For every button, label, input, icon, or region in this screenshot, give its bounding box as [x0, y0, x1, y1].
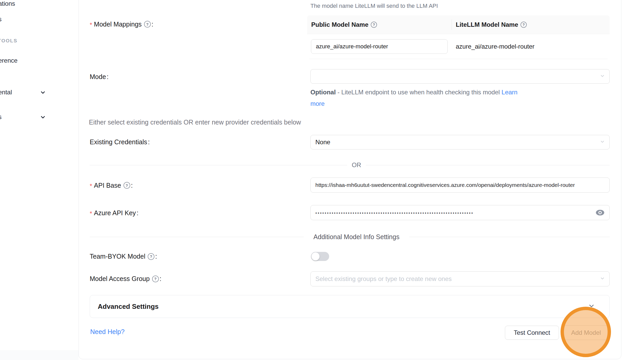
api-base-input[interactable] [310, 178, 610, 193]
label-colon: : [137, 209, 139, 217]
label-text: Model Access Group [90, 275, 150, 283]
team-byok-toggle[interactable] [311, 252, 329, 261]
sidebar-item-truncated-4[interactable]: ental [0, 89, 12, 96]
test-connect-button[interactable]: Test Connect [505, 326, 559, 340]
required-asterisk: * [90, 181, 92, 190]
model-mappings-table: Public Model Name ? LiteLLM Model Name ?… [307, 15, 610, 59]
learn-more-link[interactable]: more [310, 100, 325, 107]
label-colon: : [148, 138, 150, 146]
label-text: API Base [94, 182, 121, 189]
mode-help-bold: Optional [310, 89, 336, 96]
add-model-page: ations s TOOLS erence ental s The model … [0, 0, 644, 360]
help-glyph: ? [154, 277, 157, 281]
sidebar-item-truncated-5[interactable]: s [0, 113, 2, 121]
mode-select[interactable] [310, 69, 610, 84]
info-divider-line-left [90, 237, 304, 237]
help-icon[interactable]: ? [144, 21, 151, 28]
advanced-settings-title: Advanced Settings [98, 303, 159, 311]
team-byok-label: Team-BYOK Model ? : [90, 253, 157, 260]
help-icon[interactable]: ? [148, 253, 154, 260]
column-header-public-model-name: Public Model Name ? [307, 21, 452, 28]
or-divider-text: OR [352, 161, 361, 169]
add-model-button[interactable]: Add Model [562, 325, 610, 340]
sidebar-section-label: TOOLS [0, 38, 17, 43]
label-colon: : [152, 21, 153, 28]
help-icon[interactable]: ? [371, 22, 377, 28]
model-access-group-placeholder: Select existing groups or type to create… [315, 275, 452, 283]
chevron-down-icon [600, 139, 605, 146]
learn-more-link[interactable]: Learn [502, 89, 517, 96]
sidebar-item-truncated-1[interactable]: ations [0, 0, 15, 7]
litellm-model-name-cell: azure_ai/azure-model-router [452, 43, 535, 50]
sidebar-item-label: erence [0, 57, 17, 64]
public-model-name-cell [307, 39, 452, 54]
public-model-name-input[interactable] [311, 39, 448, 54]
required-asterisk: * [90, 208, 92, 217]
sidebar-section-tools: TOOLS [0, 38, 17, 44]
help-glyph: ? [126, 183, 128, 188]
api-base-label: * API Base ? : [90, 181, 133, 190]
sidebar-item-label: ations [0, 0, 15, 7]
chevron-down-icon [600, 276, 605, 282]
label-text: Team-BYOK Model [90, 253, 145, 260]
column-divider [452, 19, 452, 30]
sidebar-item-label: s [0, 113, 2, 121]
label-text: Mode [90, 73, 106, 81]
existing-credentials-label: Existing Credentials : [90, 138, 150, 146]
label-text: Azure API Key [94, 209, 136, 217]
sidebar-item-truncated-2[interactable]: s [0, 16, 2, 23]
toggle-knob [311, 252, 320, 260]
chevron-down-icon [40, 89, 46, 97]
or-divider-line-left [90, 165, 347, 165]
label-text: Model Mappings [94, 21, 141, 28]
help-glyph: ? [150, 254, 152, 259]
info-divider-text: Additional Model Info Settings [314, 233, 400, 241]
advanced-settings-header[interactable]: Advanced Settings [90, 295, 610, 318]
mode-label: Mode : [90, 73, 109, 81]
help-icon[interactable]: ? [123, 182, 130, 189]
need-help-link[interactable]: Need Help? [90, 328, 125, 336]
header-text: Public Model Name [311, 21, 368, 28]
label-colon: : [155, 253, 157, 260]
table-header-row: Public Model Name ? LiteLLM Model Name ? [307, 15, 610, 34]
label-colon: : [160, 275, 161, 283]
chevron-down-icon [588, 302, 595, 311]
credentials-note: Either select existing credentials OR en… [89, 119, 301, 126]
label-colon: : [107, 73, 109, 81]
mode-help-text: Optional - LiteLLM endpoint to use when … [310, 89, 612, 107]
or-divider-line-right [366, 165, 610, 165]
required-asterisk: * [90, 20, 92, 29]
help-glyph: ? [146, 22, 148, 27]
table-row: azure_ai/azure-model-router [307, 34, 610, 59]
sidebar-item-label: s [0, 16, 2, 23]
mode-help-body: - LiteLLM endpoint to use when health ch… [336, 89, 502, 96]
masked-password-dots: ••••••••••••••••••••••••••••••••••••••••… [315, 210, 474, 216]
sidebar-item-label: ental [0, 89, 12, 96]
help-glyph: ? [523, 23, 525, 27]
help-icon[interactable]: ? [521, 22, 527, 28]
info-divider-line-right [409, 237, 610, 237]
model-mappings-label: * Model Mappings ? : [90, 20, 153, 29]
sidebar-footer-area [0, 350, 79, 360]
azure-api-key-input[interactable]: ••••••••••••••••••••••••••••••••••••••••… [310, 205, 610, 220]
existing-credentials-select[interactable]: None [310, 135, 610, 149]
sidebar-item-truncated-3[interactable]: erence [0, 57, 17, 64]
column-header-litellm-model-name: LiteLLM Model Name ? [452, 21, 527, 28]
chevron-down-icon [40, 114, 46, 121]
help-glyph: ? [373, 23, 375, 27]
label-colon: : [131, 182, 133, 189]
model-access-group-label: Model Access Group ? : [90, 275, 161, 283]
model-name-hint: The model name LiteLLM will send to the … [310, 3, 438, 9]
help-icon[interactable]: ? [152, 276, 159, 282]
existing-credentials-value: None [315, 139, 330, 146]
azure-api-key-label: * Azure API Key : [90, 208, 139, 217]
model-access-group-select[interactable]: Select existing groups or type to create… [310, 271, 610, 286]
header-text: LiteLLM Model Name [456, 21, 518, 28]
eye-icon[interactable] [595, 209, 605, 216]
label-text: Existing Credentials [90, 138, 147, 146]
sidebar: ations s TOOLS erence ental s [0, 0, 79, 350]
chevron-down-icon [600, 73, 605, 80]
